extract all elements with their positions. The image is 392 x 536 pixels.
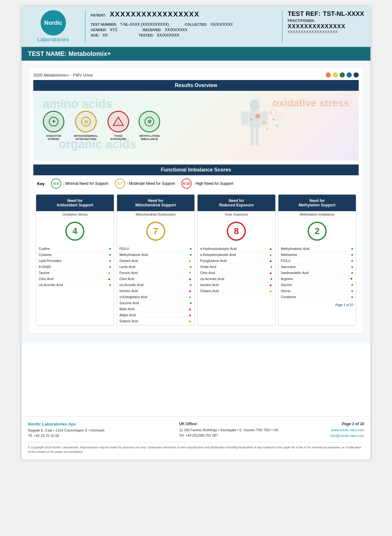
footer-col-dk: Nordic Laboratories Aps Nygade 6, 3.sal … <box>28 422 167 439</box>
fi-key-row: Key 0-4 : Minimal Need for Support 5-7 :… <box>33 175 359 192</box>
footer-page-ref: Page 1 of 10 <box>330 422 364 426</box>
fi-key-badge-yellow: 5-7 <box>115 178 125 189</box>
fi-items-mito: FIGLU ● Methylmalonic Acid ● Glutaric Ac… <box>117 245 195 325</box>
svg-rect-13 <box>255 128 258 145</box>
dot-2 <box>333 72 338 77</box>
svg-marker-21 <box>271 110 277 116</box>
fi-note: Page 1 of 10 <box>278 301 356 309</box>
fi-item-antioxidant-0: Cystine ● <box>39 246 111 252</box>
fi-score-mito: 7 <box>146 222 165 241</box>
results-overview-banner: Results Overview <box>33 80 359 91</box>
tested: XX/XX/XXXX <box>157 33 180 37</box>
footer-addr-dk-1: Nygade 6, 3.sal • 1164 Copenhagen K • De… <box>28 428 167 433</box>
fi-key-moderate: 5-7 : Moderate Need for Support <box>115 178 175 189</box>
svg-text:✦: ✦ <box>51 118 56 125</box>
fi-item-methyl-3: Sarcosine ● <box>281 264 354 270</box>
fi-score-area-toxic: 8 <box>198 218 275 245</box>
collected: XX/XX/XXXX <box>210 22 233 27</box>
fi-items-methyl: Methylmalonic Acid ● Methionine ● FIGLU … <box>278 245 356 301</box>
gender-label: GENDER: <box>91 28 107 32</box>
fi-col-toxic: Need forReduced Exposure Toxic Exposure … <box>197 194 276 326</box>
fi-items-toxic: α-Hydroxyisobutyric Acid ▲ α-Ketophenyla… <box>198 245 275 295</box>
fi-key-high-label: : High Need for Support <box>193 181 233 186</box>
logo-sub: Laboratories <box>37 37 69 43</box>
practitioner-extra: XXXXXXXXXXXXXXXXXXX <box>288 30 364 34</box>
human-figure <box>160 97 349 154</box>
fi-score-toxic: 8 <box>227 222 246 241</box>
main-content: 3200 Metabolomix+ - FMV Urine Results Ov… <box>22 61 370 343</box>
fi-item-mito-1: Methylmalonic Acid ● <box>120 252 192 258</box>
dot-5 <box>354 72 359 77</box>
fi-col-header-toxic: Need forReduced Exposure <box>198 195 275 211</box>
fi-key-moderate-label: : Moderate Need for Support <box>127 181 175 186</box>
fi-item-toxic-7: Glutaric Acid ▲ <box>200 288 273 294</box>
page-container: Nordic Laboratories PATIENT: XXXXXXXXXXX… <box>22 6 370 459</box>
page-spacer <box>22 343 370 407</box>
fi-item-antioxidant-6: cis-Aconitic Acid ● <box>39 282 111 288</box>
card-subtitle: 3200 Metabolomix+ - FMV Urine <box>33 73 93 77</box>
fi-key-minimal-label: : Minimal Need for Support <box>63 181 108 186</box>
test-number: T-NL-XXXX (XXXXXXXXXX) <box>120 22 169 27</box>
fi-item-mito-4: Pyruvic Acid ▼ <box>120 270 192 276</box>
fi-key-badge-red: 8-10 <box>181 178 192 189</box>
test-banner-label: TEST NAME: Metabolomix+ <box>28 50 111 57</box>
fi-key-high: 8-10 : High Need for Support <box>181 178 233 189</box>
footer-website: www.nordic-labs.com <box>330 427 364 433</box>
received: XX/XX/XXXX <box>165 28 187 32</box>
fi-item-toxic-4: Citric Acid ▲ <box>200 270 273 276</box>
age-label: AGE: <box>91 33 100 37</box>
footer-top: Nordic Laboratories Aps Nygade 6, 3.sal … <box>28 422 364 439</box>
logo-area: Nordic Laboratories <box>28 10 79 43</box>
fi-col-sub-methyl: Methylation Imbalance <box>278 211 356 218</box>
fi-item-mito-5: Citric Acid ▲ <box>120 276 192 282</box>
fi-key-minimal: 0-4 : Minimal Need for Support <box>51 178 108 189</box>
toxic-icon: ! <box>108 111 129 132</box>
practitioner-name: XXXXXXXXXXXXXX <box>288 23 364 30</box>
fi-item-mito-12: Suberic Acid ▲ <box>120 318 192 324</box>
fi-item-methyl-1: Methionine ● <box>281 252 354 258</box>
fi-item-toxic-2: Pyroglutamic Acid ▲ <box>200 258 273 264</box>
age: XX <box>103 33 108 37</box>
svg-rect-12 <box>251 128 254 145</box>
svg-text:⊕: ⊕ <box>84 119 88 124</box>
fi-item-methyl-2: FIGLU ● <box>281 258 354 264</box>
icon-toxic: ! TOXICEXPOSURE <box>108 111 129 141</box>
mito-label: MITOCHONDRIALDYSFUNCTION <box>74 134 98 141</box>
fi-item-mito-2: Glutaric Acid ▲ <box>120 258 192 264</box>
fi-col-header-mito: Need forMitochondrial Support <box>117 195 195 211</box>
fi-item-mito-9: Succinic Acid ● <box>120 300 192 306</box>
fi-item-mito-8: α-Ketoglutaric Acid ▲ <box>120 294 192 300</box>
test-ref-value: TST-NL-XXXX <box>323 10 364 17</box>
gender: XYZ <box>110 28 117 32</box>
fi-item-mito-0: FIGLU ● <box>120 246 192 252</box>
fi-item-mito-11: Adipic Acid ▲ <box>120 312 192 318</box>
footer-col-uk: UK Office: 11 Old Factory Buildings • St… <box>179 422 318 439</box>
received-label: RECEIVED: <box>143 28 162 32</box>
fi-key-label: Key <box>37 181 45 186</box>
functional-title: Functional Imbalance Scores <box>161 167 231 172</box>
mito-icon: ⊕ <box>75 111 97 132</box>
card-subtitle-row: 3200 Metabolomix+ - FMV Urine <box>33 72 359 77</box>
fi-item-antioxidant-5: Citric Acid ▲ <box>39 276 111 282</box>
test-number-label: TEST NUMBER: <box>91 23 117 26</box>
fi-item-methyl-4: Vanilmandelic Acid ● <box>281 270 354 276</box>
fi-score-methyl: 2 <box>308 222 327 241</box>
footer-addr-dk-2: Tlf. +45 33 75 10 00 <box>28 433 167 439</box>
fi-item-methyl-7: Serine ● <box>281 288 354 294</box>
svg-marker-22 <box>277 116 282 121</box>
dot-4 <box>347 72 352 77</box>
fi-score-area-antioxidant: 4 <box>36 218 114 245</box>
fi-items-antioxidant: Cystine ● Cysteine ● Lipid Peroxides ● <box>36 245 114 289</box>
svg-point-15 <box>263 121 266 124</box>
icons-row: ✦ OXIDATIVESTRESS ⊕ MITOCHONDRIALDYSF <box>43 111 160 141</box>
fi-item-toxic-3: Orotic Acid ● <box>200 264 273 270</box>
fi-item-mito-6: cis-Aconitic Acid ● <box>120 282 192 288</box>
fi-col-sub-antioxidant: Oxidative Stress <box>36 211 114 218</box>
svg-text:!: ! <box>118 121 119 126</box>
logo-text: Nordic <box>44 20 62 26</box>
color-dots <box>326 72 359 77</box>
tested-label: TESTED: <box>139 33 154 37</box>
methyl-icon: ✾ <box>139 111 160 132</box>
svg-rect-10 <box>241 111 248 125</box>
oxidative-icon: ✦ <box>43 111 64 132</box>
